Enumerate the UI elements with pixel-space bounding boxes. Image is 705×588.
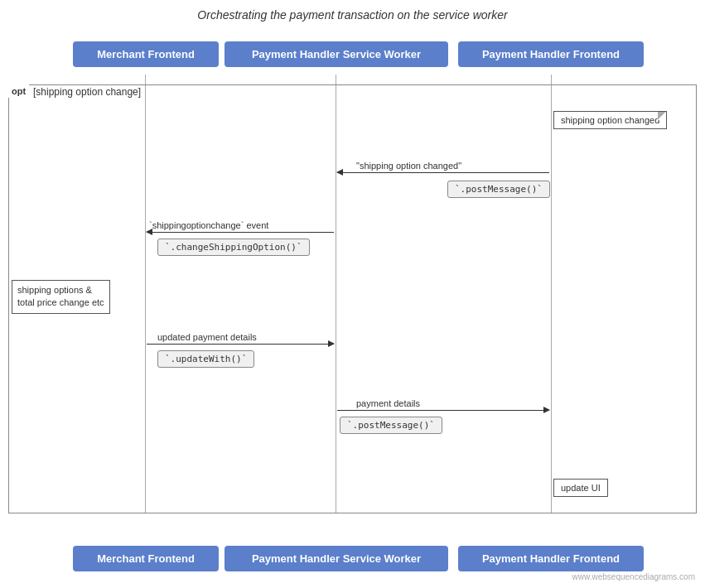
- arrow-payment-details: [337, 410, 549, 411]
- diagram-title: Orchestrating the payment transaction on…: [0, 0, 705, 28]
- note-shipping-option-changed: shipping option changed: [553, 111, 667, 129]
- arrow-label-shipping-option-changed: "shipping option changed": [356, 161, 461, 171]
- arrow-label-shippingoptionchange: `shippingoptionchange` event: [149, 220, 268, 230]
- method-updatewith: `.updateWith()`: [157, 350, 254, 368]
- actor-phf-top: Payment Handler Frontend: [458, 41, 644, 67]
- opt-label: opt: [8, 84, 29, 98]
- note-update-ui: update UI: [553, 479, 608, 497]
- actor-sw-bottom: Payment Handler Service Worker: [225, 546, 448, 571]
- method-postmessage-1: `.postMessage()`: [447, 181, 550, 198]
- method-changeshipping: `.changeShippingOption()`: [157, 239, 310, 256]
- arrow-shippingoptionchange: [147, 232, 334, 233]
- actor-sw-top: Payment Handler Service Worker: [225, 41, 448, 67]
- actor-merchant-bottom: Merchant Frontend: [73, 546, 219, 571]
- actor-merchant-top: Merchant Frontend: [73, 41, 219, 67]
- method-postmessage-2: `.postMessage()`: [340, 417, 442, 434]
- opt-condition: [shipping option change]: [33, 86, 141, 98]
- arrow-updated-payment: [147, 344, 334, 345]
- arrow-label-updated-payment: updated payment details: [157, 332, 257, 342]
- diagram-container: Orchestrating the payment transaction on…: [0, 0, 705, 588]
- actor-phf-bottom: Payment Handler Frontend: [458, 546, 644, 571]
- arrow-shipping-option-changed: [337, 172, 549, 173]
- side-note-shipping: shipping options & total price change et…: [12, 280, 110, 314]
- opt-frame: [8, 84, 697, 513]
- watermark: www.websequencediagrams.com: [572, 572, 695, 581]
- arrow-label-payment-details: payment details: [356, 398, 420, 408]
